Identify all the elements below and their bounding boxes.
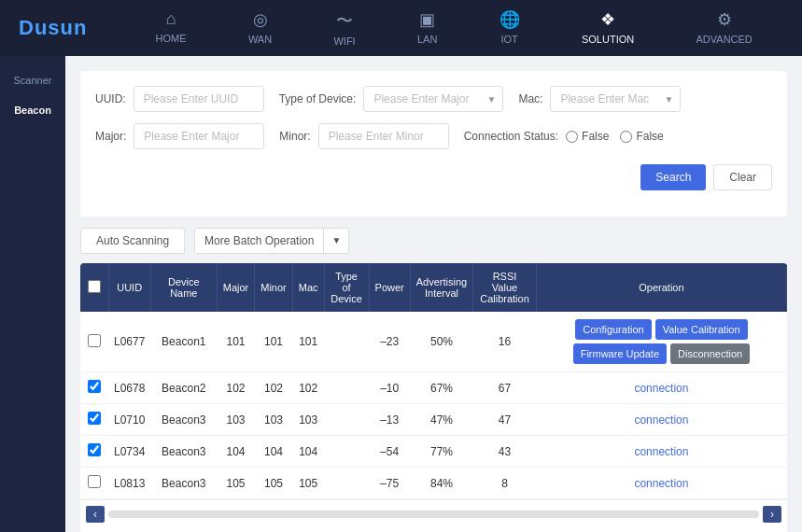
row5-name: Beacon3 — [150, 468, 217, 499]
type-group: Type of Device: Please Enter Major ▼ — [279, 86, 504, 112]
nav-home[interactable]: ⌂ HOME — [145, 2, 198, 54]
nav-wifi[interactable]: 〜 WIFI — [322, 2, 366, 54]
row1-type — [324, 312, 369, 372]
mac-select-wrapper: Please Enter Mac ▼ — [550, 86, 681, 112]
row1-uuid: L0677 — [108, 312, 150, 372]
row1-calibration-button[interactable]: Value Calibration — [655, 319, 748, 340]
layout: Scanner Beacon UUID: Type of Device: Ple… — [0, 56, 802, 532]
select-all-checkbox[interactable] — [88, 280, 101, 293]
batch-operation-button[interactable]: More Batch Operation ▼ — [194, 228, 349, 254]
nav-advanced[interactable]: ⚙ ADVANCED — [685, 2, 764, 54]
row2-major: 102 — [217, 372, 255, 404]
minor-label: Minor: — [279, 130, 310, 143]
col-minor: Minor — [255, 263, 293, 312]
row5-minor: 105 — [255, 468, 293, 499]
col-major: Major — [217, 263, 255, 312]
search-form: UUID: Type of Device: Please Enter Major… — [80, 71, 787, 217]
scroll-bar-area: ‹ › — [80, 499, 787, 528]
nav-iot[interactable]: 🌐 IOT — [488, 2, 531, 54]
row1-config-button[interactable]: Configuration — [575, 319, 651, 340]
uuid-input[interactable] — [134, 86, 264, 112]
col-type: Type ofDevice — [324, 263, 369, 312]
row5-type — [324, 468, 369, 499]
row3-uuid: L0710 — [108, 404, 150, 436]
search-button[interactable]: Search — [640, 164, 706, 190]
row5-checkbox-cell — [80, 468, 108, 499]
solution-icon: ❖ — [600, 9, 615, 30]
nav-wan[interactable]: ◎ WAN — [237, 2, 283, 54]
radio-false-2-input[interactable] — [620, 131, 632, 143]
sidebar-item-scanner[interactable]: Scanner — [0, 65, 65, 95]
form-row-2: Major: Minor: Connection Status: False — [95, 123, 772, 190]
row3-connection-link[interactable]: connection — [634, 413, 688, 427]
row4-checkbox[interactable] — [88, 443, 101, 456]
row5-checkbox[interactable] — [88, 475, 101, 488]
table-row: L0734 Beacon3 104 104 104 –54 77% 43 con… — [80, 436, 787, 468]
row2-checkbox-cell — [80, 372, 108, 404]
form-row-1: UUID: Type of Device: Please Enter Major… — [95, 86, 772, 112]
type-select[interactable]: Please Enter Major — [363, 86, 503, 112]
mac-group: Mac: Please Enter Mac ▼ — [518, 86, 681, 112]
nav-lan[interactable]: ▣ LAN — [406, 2, 448, 54]
wan-icon: ◎ — [253, 9, 268, 30]
row4-checkbox-cell — [80, 436, 108, 468]
scroll-right-button[interactable]: › — [763, 506, 781, 523]
auto-scanning-button[interactable]: Auto Scanning — [80, 228, 185, 254]
row2-mac: 102 — [292, 372, 324, 404]
row4-connection-link[interactable]: connection — [634, 445, 688, 458]
row3-power: –13 — [369, 404, 410, 436]
row1-disconnect-button[interactable]: Disconnection — [670, 343, 750, 364]
radio-false-2[interactable]: False — [620, 130, 663, 143]
radio-group: False False — [566, 130, 664, 143]
major-group: Major: — [95, 123, 264, 149]
row1-rssi: 16 — [473, 312, 537, 372]
scroll-track[interactable] — [108, 511, 759, 518]
row5-advertising: 84% — [410, 468, 472, 499]
row2-type — [324, 372, 369, 404]
nav-home-label: HOME — [156, 33, 187, 44]
row4-operation: connection — [536, 436, 786, 468]
row1-minor: 101 — [255, 312, 293, 372]
iot-icon: 🌐 — [499, 9, 520, 30]
main-nav: ⌂ HOME ◎ WAN 〜 WIFI ▣ LAN 🌐 IOT ❖ SOLUTI… — [124, 2, 783, 54]
row4-advertising: 77% — [410, 436, 472, 468]
col-uuid: UUID — [108, 263, 150, 312]
advanced-icon: ⚙ — [717, 9, 732, 30]
nav-wan-label: WAN — [248, 34, 272, 45]
clear-button[interactable]: Clear — [713, 164, 772, 190]
row5-power: –75 — [369, 468, 410, 499]
row5-connection-link[interactable]: connection — [634, 477, 688, 490]
mac-label: Mac: — [518, 92, 542, 105]
row4-power: –54 — [369, 436, 410, 468]
row4-major: 104 — [217, 436, 255, 468]
minor-input[interactable] — [318, 123, 449, 149]
row4-uuid: L0734 — [108, 436, 150, 468]
major-input[interactable] — [134, 123, 264, 149]
table-row: L0677 Beacon1 101 101 101 –23 50% 16 Con… — [80, 312, 787, 372]
row2-connection-link[interactable]: connection — [634, 382, 688, 395]
row3-checkbox[interactable] — [88, 412, 101, 425]
row5-rssi: 8 — [473, 468, 537, 499]
toolbar: Auto Scanning More Batch Operation ▼ — [80, 228, 787, 254]
scroll-left-button[interactable]: ‹ — [86, 506, 105, 523]
row1-firmware-button[interactable]: Firmware Update — [573, 343, 667, 364]
sidebar-item-beacon[interactable]: Beacon — [0, 95, 65, 125]
row2-checkbox[interactable] — [88, 380, 101, 393]
mac-select[interactable]: Please Enter Mac — [550, 86, 681, 112]
row5-major: 105 — [217, 468, 255, 499]
col-power: Power — [369, 263, 410, 312]
nav-iot-label: IOT — [501, 34, 518, 45]
pagination-row: Total of 922 devices were found selected… — [80, 528, 787, 532]
nav-solution-label: SOLUTION — [582, 34, 634, 45]
col-mac: Mac — [292, 263, 324, 312]
radio-false-1-label: False — [582, 130, 609, 143]
row4-name: Beacon3 — [150, 436, 217, 468]
select-all-header — [80, 263, 108, 312]
nav-solution[interactable]: ❖ SOLUTION — [570, 2, 645, 54]
row3-name: Beacon3 — [150, 404, 217, 436]
radio-false-1-input[interactable] — [566, 131, 578, 143]
row1-checkbox[interactable] — [88, 334, 101, 347]
radio-false-1[interactable]: False — [566, 130, 609, 143]
row4-minor: 104 — [255, 436, 293, 468]
row3-rssi: 47 — [473, 404, 537, 436]
